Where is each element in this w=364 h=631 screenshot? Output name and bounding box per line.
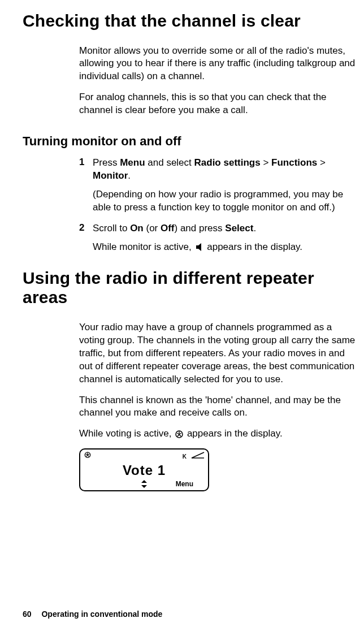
section2-para3: While voting is active, appears in the d… — [79, 427, 357, 440]
step-1-number: 1 — [79, 157, 93, 168]
voting-icon — [174, 430, 184, 439]
step-1-note: (Depending on how your radio is programm… — [93, 188, 357, 214]
softkey-menu: Menu — [164, 480, 205, 488]
speaker-icon — [194, 243, 205, 252]
page-number: 60 — [23, 610, 32, 619]
section2-body: Your radio may have a group of channels … — [79, 321, 357, 441]
step-2-note: While monitor is active, appears in the … — [93, 241, 357, 254]
section-heading-repeater: Using the radio in different repeater ar… — [23, 269, 357, 308]
step-2: 2 Scroll to On (or Off) and press Select… — [79, 222, 357, 235]
radio-channel-label: Vote 1 — [84, 461, 205, 479]
section1-body: Monitor allows you to override some or a… — [79, 45, 357, 118]
radio-status-bar: K — [84, 452, 205, 461]
section1-para2: For analog channels, this is so that you… — [79, 91, 357, 117]
nav-arrows-icon — [124, 479, 164, 489]
step-2-number: 2 — [79, 222, 93, 234]
section2-para2: This channel is known as the 'home' chan… — [79, 394, 357, 420]
svg-marker-5 — [141, 485, 147, 488]
step-2-text: Scroll to On (or Off) and press Select. — [93, 222, 357, 235]
page-footer: 60 Operating in conventional mode — [23, 610, 162, 619]
svg-line-3 — [192, 452, 204, 458]
page: Checking that the channel is clear Monit… — [0, 0, 364, 631]
step-1-text: Press Menu and select Radio settings > F… — [93, 157, 357, 183]
section1-para1: Monitor allows you to override some or a… — [79, 45, 357, 84]
step-1: 1 Press Menu and select Radio settings >… — [79, 157, 357, 183]
chapter-title: Operating in conventional mode — [41, 610, 162, 619]
svg-marker-4 — [141, 480, 147, 483]
radio-display-frame: K Vote 1 Menu — [79, 448, 209, 491]
voting-status-icon — [84, 451, 92, 461]
radio-display-illustration: K Vote 1 Menu — [79, 448, 209, 491]
signal-icon — [191, 451, 205, 461]
subsection-body: 1 Press Menu and select Radio settings >… — [79, 157, 357, 254]
radio-softkey-row: Menu — [84, 479, 205, 489]
rssi-letter: K — [183, 453, 187, 460]
subsection-heading-monitor: Turning monitor on and off — [23, 134, 357, 149]
section-heading-checking: Checking that the channel is clear — [23, 11, 357, 31]
section2-para1: Your radio may have a group of channels … — [79, 321, 357, 386]
